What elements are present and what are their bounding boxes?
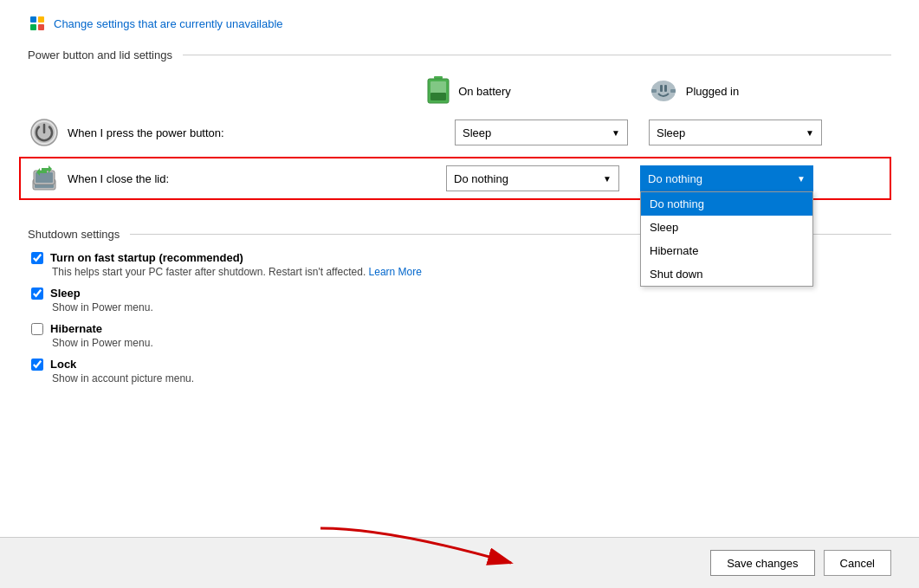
power-button-battery-select[interactable]: Sleep ▼ [455,120,628,145]
menu-item-sleep[interactable]: Sleep [641,216,812,239]
close-lid-label: When I close the lid: [68,172,275,185]
hibernate-row: Hibernate Show in Power menu. [28,322,891,349]
sleep-row: Sleep Show in Power menu. [28,287,891,313]
close-lid-pluggedin-select[interactable]: Do nothing ▼ [640,165,813,191]
sleep-checkbox[interactable] [31,288,43,300]
learn-more-link[interactable]: Learn More [369,266,422,278]
chevron-down-icon: ▼ [806,128,814,138]
menu-item-hibernate[interactable]: Hibernate [641,239,812,262]
power-button-icon [28,116,61,149]
save-changes-button[interactable]: Save changes [710,550,814,576]
chevron-down-icon: ▼ [603,174,612,184]
svg-rect-11 [651,89,657,93]
menu-item-shut-down[interactable]: Shut down [641,262,812,286]
cancel-button[interactable]: Cancel [824,550,891,576]
settings-rows: When I press the power button: Sleep ▼ S… [28,115,891,207]
lock-sublabel: Show in account picture menu. [52,372,891,384]
power-button-pluggedin-dropdown[interactable]: Sleep ▼ [649,120,822,145]
close-lid-dropdowns: Do nothing ▼ Do nothing ▼ Do nothing [446,165,813,191]
lid-icon [28,162,61,195]
chevron-down-icon: ▼ [797,174,806,184]
power-button-battery-dropdown[interactable]: Sleep ▼ [455,120,628,145]
battery-icon [425,75,451,107]
column-headers: On battery Plugged in [28,75,891,107]
hibernate-checkbox[interactable] [31,323,43,335]
close-lid-battery-select[interactable]: Do nothing ▼ [446,165,619,191]
svg-rect-9 [660,85,663,92]
power-button-row: When I press the power button: Sleep ▼ S… [28,115,891,150]
plugged-in-icon [648,78,679,104]
chevron-down-icon: ▼ [612,128,620,138]
close-lid-battery-dropdown[interactable]: Do nothing ▼ [446,165,619,191]
power-button-dropdowns: Sleep ▼ Sleep ▼ [455,120,822,145]
footer: Save changes Cancel [0,537,919,588]
power-button-lid-section-header: Power button and lid settings [28,48,891,61]
fast-startup-label: Turn on fast startup (recommended) [50,251,243,264]
fast-startup-checkbox[interactable] [31,252,43,264]
hibernate-sublabel: Show in Power menu. [52,337,891,349]
on-battery-header: On battery [382,75,555,107]
menu-item-do-nothing[interactable]: Do nothing [641,192,812,216]
sleep-sublabel: Show in Power menu. [52,301,891,313]
svg-rect-2 [30,24,36,30]
svg-rect-1 [38,16,44,23]
shield-icon [28,14,47,33]
power-button-pluggedin-select[interactable]: Sleep ▼ [649,120,822,145]
svg-rect-0 [30,16,36,23]
change-settings-text[interactable]: Change settings that are currently unava… [54,17,283,30]
close-lid-row: When I close the lid: Do nothing ▼ Do no… [19,157,891,200]
close-lid-pluggedin-menu: Do nothing Sleep Hibernate Shut down [640,191,813,287]
close-lid-pluggedin-dropdown[interactable]: Do nothing ▼ Do nothing Sleep Hibernate [640,165,813,191]
hibernate-label: Hibernate [50,322,102,335]
svg-rect-10 [664,85,667,92]
plugged-in-header: Plugged in [607,75,780,107]
svg-rect-7 [430,93,446,100]
lock-label: Lock [50,358,76,371]
change-settings-link[interactable]: Change settings that are currently unava… [28,14,891,33]
lock-row: Lock Show in account picture menu. [28,358,891,384]
svg-rect-3 [38,24,44,30]
power-button-label: When I press the power button: [68,126,275,139]
sleep-label: Sleep [50,287,81,300]
lock-checkbox[interactable] [31,359,43,371]
svg-rect-12 [670,89,676,93]
